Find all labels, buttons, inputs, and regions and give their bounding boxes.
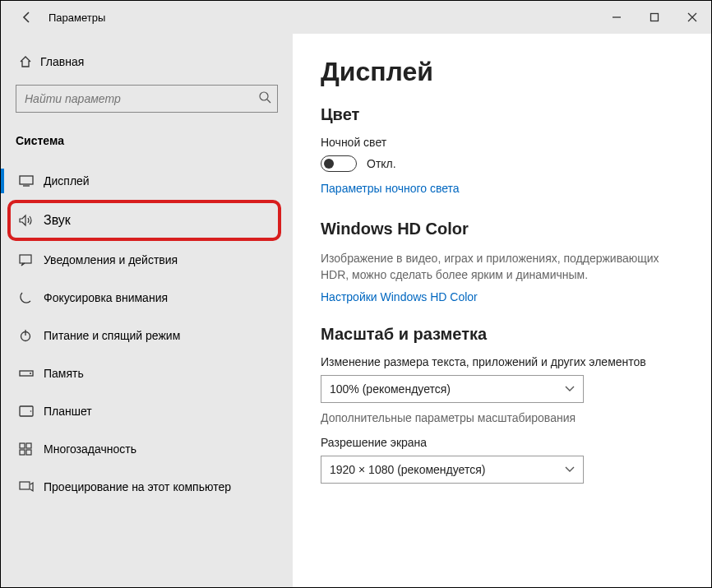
sidebar-item-display[interactable]: Дисплей — [1, 162, 293, 200]
svg-point-2 — [260, 92, 268, 100]
close-button[interactable] — [673, 1, 711, 34]
tablet-icon — [19, 405, 44, 417]
sidebar-item-multitask[interactable]: Многозадачность — [1, 430, 293, 468]
svg-line-3 — [267, 100, 270, 103]
home-link[interactable]: Главная — [1, 47, 293, 76]
scale-heading: Масштаб и разметка — [321, 325, 683, 344]
svg-rect-1 — [651, 14, 659, 21]
back-button[interactable] — [11, 11, 44, 24]
focus-icon — [19, 291, 44, 304]
home-icon — [19, 55, 40, 68]
hd-color-desc: Изображение в видео, играх и приложениях… — [321, 250, 683, 284]
svg-rect-4 — [20, 176, 33, 184]
power-icon — [19, 329, 44, 342]
chevron-down-icon — [565, 386, 575, 392]
scale-label: Изменение размера текста, приложений и д… — [321, 355, 683, 368]
sidebar-item-notifications[interactable]: Уведомления и действия — [1, 241, 293, 279]
svg-point-12 — [30, 410, 32, 412]
night-light-label: Ночной свет — [321, 136, 683, 149]
svg-rect-16 — [26, 450, 31, 455]
svg-rect-13 — [20, 443, 25, 448]
project-icon — [19, 481, 44, 493]
sidebar-item-project[interactable]: Проецирование на этот компьютер — [1, 468, 293, 506]
svg-point-10 — [30, 373, 31, 374]
window-title: Параметры — [49, 12, 105, 24]
section-label: Система — [1, 127, 293, 162]
hd-color-heading: Windows HD Color — [321, 220, 683, 238]
svg-rect-15 — [20, 450, 25, 455]
sidebar-item-label: Планшет — [44, 405, 92, 418]
titlebar: Параметры — [1, 1, 711, 34]
chevron-down-icon — [565, 466, 575, 473]
resolution-dropdown[interactable]: 1920 × 1080 (рекомендуется) — [321, 456, 584, 484]
search-icon — [258, 90, 271, 104]
sidebar-item-label: Звук — [44, 213, 71, 228]
sidebar-item-label: Питание и спящий режим — [44, 329, 180, 342]
maximize-button[interactable] — [636, 1, 673, 34]
svg-rect-17 — [20, 482, 30, 489]
sidebar-item-power[interactable]: Питание и спящий режим — [1, 317, 293, 354]
svg-rect-6 — [20, 255, 31, 263]
sidebar-item-label: Фокусировка внимания — [44, 291, 168, 304]
sound-icon — [19, 214, 44, 227]
toggle-state: Откл. — [367, 157, 396, 170]
page-title: Дисплей — [321, 57, 683, 87]
sidebar-item-tablet[interactable]: Планшет — [1, 392, 293, 430]
scale-value: 100% (рекомендуется) — [330, 382, 451, 396]
resolution-value: 1920 × 1080 (рекомендуется) — [330, 463, 485, 476]
content-area: Дисплей Цвет Ночной свет Откл. Параметры… — [293, 34, 711, 587]
advanced-scale-link[interactable]: Дополнительные параметры масштабирования — [321, 411, 683, 424]
night-light-settings-link[interactable]: Параметры ночного света — [321, 182, 683, 195]
sidebar-item-label: Уведомления и действия — [44, 253, 178, 266]
sidebar-item-label: Дисплей — [44, 174, 90, 188]
sidebar-item-sound[interactable]: Звук — [7, 200, 281, 241]
sidebar-item-label: Многозадачность — [44, 442, 136, 456]
multitask-icon — [19, 442, 44, 456]
hd-color-link[interactable]: Настройки Windows HD Color — [321, 290, 683, 303]
svg-rect-14 — [26, 443, 31, 448]
home-label: Главная — [40, 55, 84, 68]
sidebar-item-storage[interactable]: Память — [1, 354, 293, 392]
minimize-button[interactable] — [598, 1, 636, 34]
resolution-label: Разрешение экрана — [321, 436, 683, 449]
sidebar-item-label: Проецирование на этот компьютер — [44, 480, 231, 493]
sidebar-item-label: Память — [44, 367, 84, 380]
search-input[interactable] — [16, 85, 278, 113]
display-icon — [19, 175, 44, 187]
storage-icon — [19, 368, 44, 378]
color-heading: Цвет — [321, 105, 683, 124]
sidebar: Главная Система Дисплей Звук — [1, 34, 293, 587]
sidebar-item-focus[interactable]: Фокусировка внимания — [1, 279, 293, 317]
night-light-toggle[interactable] — [321, 155, 357, 172]
search-box[interactable] — [16, 85, 278, 113]
notifications-icon — [19, 253, 44, 266]
scale-dropdown[interactable]: 100% (рекомендуется) — [321, 375, 584, 403]
